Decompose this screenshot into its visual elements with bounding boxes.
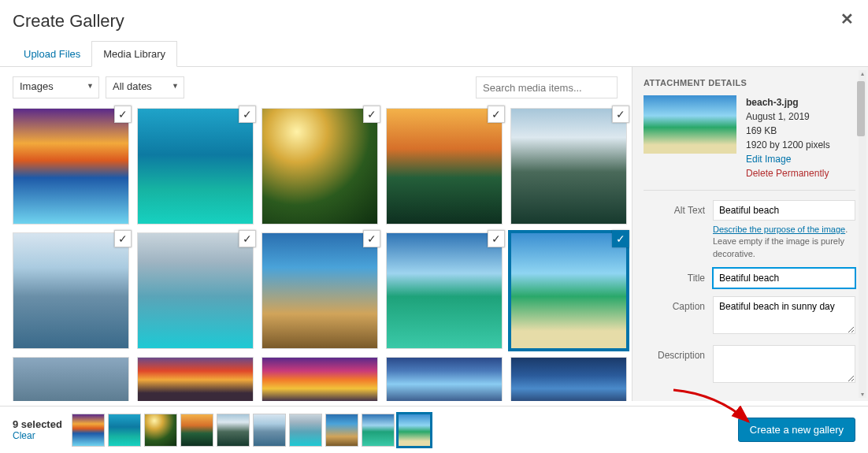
check-icon[interactable]: ✓	[488, 106, 505, 123]
check-icon[interactable]: ✓	[239, 106, 256, 123]
description-input[interactable]	[713, 345, 855, 383]
media-thumbnail[interactable]	[386, 357, 503, 401]
strip-thumbnail[interactable]	[180, 414, 213, 447]
clear-selection-link[interactable]: Clear	[13, 430, 62, 441]
media-thumbnail[interactable]: ✓	[510, 108, 627, 225]
close-icon[interactable]: ✕	[840, 9, 854, 28]
check-icon[interactable]: ✓	[114, 230, 132, 247]
attachment-filename: beach-3.jpg	[746, 95, 830, 110]
edit-image-link[interactable]: Edit Image	[746, 152, 830, 166]
strip-thumbnail[interactable]	[217, 414, 250, 447]
check-icon[interactable]: ✓	[363, 106, 380, 123]
check-icon[interactable]: ✓	[612, 106, 629, 123]
attachment-meta: beach-3.jpg August 1, 2019 169 KB 1920 b…	[746, 95, 830, 180]
media-thumbnail[interactable]: ✓	[262, 232, 378, 349]
tab-upload-files[interactable]: Upload Files	[13, 42, 91, 66]
strip-thumbnail[interactable]	[289, 414, 322, 447]
media-thumbnail[interactable]: ✓	[262, 108, 378, 225]
attachment-details-heading: ATTACHMENT DETAILS	[644, 78, 868, 87]
caption-input[interactable]	[713, 296, 855, 334]
attachment-filesize: 169 KB	[746, 124, 830, 138]
media-thumbnail[interactable]	[262, 357, 378, 401]
alt-text-label: Alt Text	[644, 200, 705, 216]
strip-thumbnail[interactable]	[144, 414, 177, 447]
check-icon[interactable]: ✓	[114, 106, 132, 123]
strip-thumbnail[interactable]	[362, 414, 395, 447]
alt-text-input[interactable]	[713, 200, 855, 221]
media-thumbnail[interactable]: ✓	[510, 232, 627, 349]
strip-thumbnail[interactable]	[398, 414, 431, 447]
caption-label: Caption	[644, 296, 705, 312]
check-icon[interactable]: ✓	[488, 230, 505, 247]
create-gallery-button[interactable]: Create a new gallery	[738, 418, 855, 442]
footer: 9 selected Clear Create a new gallery	[0, 406, 868, 453]
search-input[interactable]	[476, 76, 618, 98]
strip-thumbnail[interactable]	[72, 414, 105, 447]
tab-media-library[interactable]: Media Library	[91, 41, 177, 67]
scrollbar[interactable]	[859, 70, 866, 398]
attachment-date: August 1, 2019	[746, 110, 830, 124]
selection-strip	[72, 414, 431, 447]
media-thumbnail[interactable]: ✓	[13, 232, 129, 349]
check-icon[interactable]: ✓	[239, 230, 256, 247]
strip-thumbnail[interactable]	[253, 414, 286, 447]
description-label: Description	[644, 345, 705, 361]
media-thumbnail[interactable]: ✓	[386, 108, 503, 225]
check-icon[interactable]: ✓	[612, 230, 629, 247]
page-title: Create Gallery	[13, 11, 855, 32]
filter-type-select[interactable]: Images	[13, 76, 99, 98]
tabs: Upload Files Media Library	[0, 41, 868, 67]
media-thumbnail[interactable]: ✓	[137, 232, 254, 349]
media-thumbnail[interactable]	[13, 357, 129, 401]
delete-permanently-link[interactable]: Delete Permanently	[746, 166, 830, 180]
media-thumbnail[interactable]: ✓	[137, 108, 254, 225]
alt-help-link[interactable]: Describe the purpose of the image	[713, 225, 845, 234]
selected-count: 9 selected	[13, 418, 62, 430]
strip-thumbnail[interactable]	[325, 414, 358, 447]
filter-date-select[interactable]: All dates	[106, 76, 184, 98]
media-library: Images All dates ✓✓✓✓✓✓✓✓✓✓	[0, 67, 632, 401]
strip-thumbnail[interactable]	[108, 414, 141, 447]
attachment-dimensions: 1920 by 1200 pixels	[746, 138, 830, 152]
title-input[interactable]	[713, 268, 855, 288]
media-thumbnail[interactable]	[510, 357, 627, 401]
media-thumbnail[interactable]: ✓	[386, 232, 503, 349]
attachment-details-panel: ATTACHMENT DETAILS beach-3.jpg August 1,…	[632, 67, 868, 401]
title-label: Title	[644, 268, 705, 284]
media-thumbnail[interactable]: ✓	[13, 108, 129, 225]
check-icon[interactable]: ✓	[363, 230, 380, 247]
media-thumbnail[interactable]	[137, 357, 254, 401]
attachment-thumbnail	[644, 95, 736, 154]
